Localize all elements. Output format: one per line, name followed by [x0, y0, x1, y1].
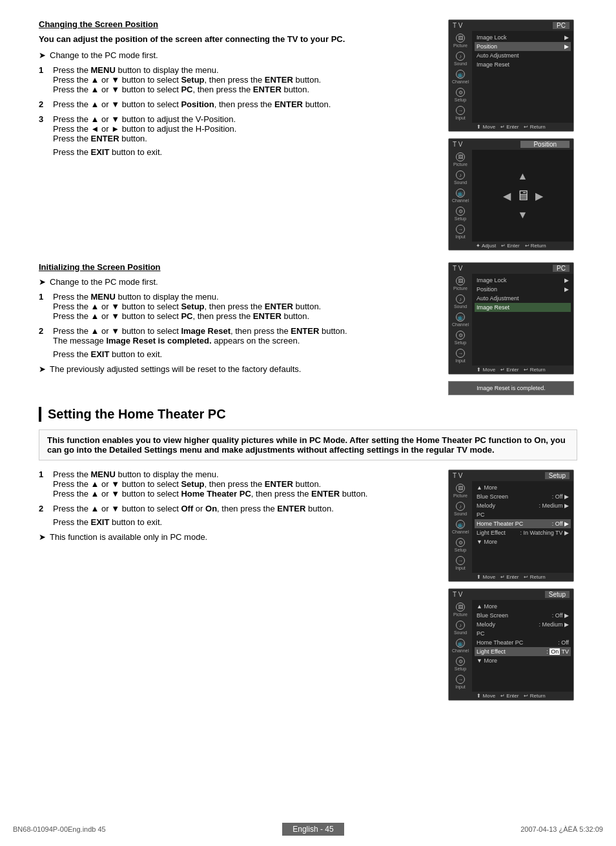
ht-tv-footer-2: ⬆ Move ↵ Enter ↩ Return [449, 692, 573, 700]
sidebar-setup: ⚙ Setup [450, 88, 471, 102]
ht-sidebar-sound-2: ♪ Sound [450, 621, 471, 635]
pos-sound-icon: ♪ [456, 170, 465, 180]
ht-setup-icon-2: ⚙ [456, 657, 465, 666]
ht-light-effect: Light Effect: In Watching TV ▶ [475, 528, 571, 537]
down-arrow-icon: ▼ [518, 209, 528, 221]
changing-step-3: 3 Press the ▲ or ▼ button to adjust the … [39, 114, 442, 157]
ht-step-2: 2 Press the ▲ or ▼ button to select Off … [39, 504, 442, 527]
ht-screenshot-2: T V Setup 🖼 Picture ♪ Sound [448, 588, 574, 701]
changing-bullet-1: ➤ Change to the PC mode first. [39, 50, 442, 60]
tv-body-pos: 🖼 Picture ♪ Sound 📺 Channel [449, 150, 573, 242]
changing-screen-right: T V PC 🖼 Picture ♪ Sound [448, 19, 577, 251]
ht-tv-footer-1: ⬆ Move ↵ Enter ↩ Return [449, 573, 573, 581]
init-tv-label: T V [453, 265, 462, 272]
ht-tv-header-1: T V Setup [449, 470, 573, 481]
init-menu-image-lock: Image Lock▶ [475, 276, 571, 285]
up-arrow-icon: ▲ [518, 170, 528, 182]
init-extra-bullet: ➤ The previously adjusted settings will … [39, 364, 442, 374]
monitor-icon: 🖥 [516, 187, 530, 204]
pos-sidebar-picture: 🖼 Picture [450, 152, 471, 167]
ht-more-top: ▲ More [475, 483, 571, 492]
ht2-blue-screen: Blue Screen: Off ▶ [475, 611, 571, 620]
init-sound-icon: ♪ [456, 294, 465, 304]
ht-sidebar-setup-2: ⚙ Setup [450, 657, 471, 671]
position-content: ▲ ◀ 🖥 ▶ ▼ [472, 150, 573, 242]
image-reset-banner: Image Reset is completed. [448, 381, 574, 395]
tv-footer-1: ⬆ Move ↵ Enter ↩ Return [449, 123, 573, 131]
ht-arrow-icon: ➤ [39, 532, 46, 542]
tv-menu-1: Image Lock▶ Position▶ Auto Adjustment Im… [472, 31, 573, 123]
home-theater-divider: Setting the Home Theater PC [39, 407, 577, 422]
ht-sidebar-picture-1: 🖼 Picture [450, 484, 471, 498]
ht-sound-icon-1: ♪ [456, 502, 465, 511]
ht2-more-bottom: ▼ More [475, 656, 571, 665]
init-tv-body: 🖼 Picture ♪ Sound 📺 Channel [449, 274, 573, 366]
changing-step-1: 1 Press the MENU button to display the m… [39, 65, 442, 94]
changing-screenshot-1: T V PC 🖼 Picture ♪ Sound [448, 19, 574, 132]
ht-channel-icon-2: 📺 [456, 639, 465, 648]
init-picture-icon: 🖼 [456, 276, 465, 285]
init-sidebar-picture: 🖼 Picture [450, 276, 471, 291]
arrow-icon: ➤ [39, 50, 46, 60]
ht-input-icon-1: → [456, 556, 465, 565]
ht-sidebar-picture-2: 🖼 Picture [450, 603, 471, 617]
ht-setup-icon-1: ⚙ [456, 538, 465, 547]
menu-auto-adjustment: Auto Adjustment [475, 51, 571, 60]
ht-setup-label-1: Setup [545, 472, 570, 479]
ht-picture-icon-1: 🖼 [456, 484, 465, 493]
pos-channel-icon: 📺 [456, 189, 465, 198]
footer-right: 2007-04-13 ¿ÀÈÄ 5:32:09 [520, 825, 603, 833]
menu-image-reset: Image Reset [475, 60, 571, 69]
pos-setup-icon: ⚙ [456, 207, 465, 216]
initializing-heading: Initializing the Screen Position [39, 262, 442, 272]
ht-tv-body-2: 🖼 Picture ♪ Sound 📺 Channel [449, 600, 573, 692]
tv-header-1: T V PC [449, 20, 573, 31]
ht-tv-label-2: T V [453, 591, 462, 598]
sidebar-input: → Input [450, 106, 471, 120]
init-screenshot-1: T V PC 🖼 Picture ♪ Sound [448, 262, 574, 375]
ht2-light-effect: Light Effect: On TV [475, 647, 571, 656]
init-tv-menu: Image Lock▶ Position▶ Auto Adjustment Im… [472, 274, 573, 366]
ht2-melody: Melody: Medium ▶ [475, 620, 571, 629]
home-theater-info: This function enables you to view higher… [39, 429, 577, 460]
init-step-2: 2 Press the ▲ or ▼ button to select Imag… [39, 326, 442, 359]
init-sidebar-sound: ♪ Sound [450, 294, 471, 309]
initializing-right: T V PC 🖼 Picture ♪ Sound [448, 262, 577, 395]
tv-label: T V [453, 22, 462, 29]
changing-screen-heading: Changing the Screen Position [39, 19, 442, 29]
channel-icon: 📺 [456, 70, 465, 79]
ht-screenshot-1: T V Setup 🖼 Picture ♪ Sound [448, 469, 574, 582]
pc-label: PC [553, 22, 570, 29]
init-setup-icon: ⚙ [456, 331, 465, 340]
init-arrow-icon: ➤ [39, 277, 46, 287]
pos-sidebar-input: → Input [450, 225, 471, 239]
ht2-pc: PC [475, 629, 571, 638]
ht-pc: PC [475, 510, 571, 519]
ht-more-bottom: ▼ More [475, 537, 571, 546]
ht-sidebar-channel-2: 📺 Channel [450, 639, 471, 653]
picture-icon: 🖼 [456, 34, 465, 43]
ht-tv-label-1: T V [453, 472, 462, 479]
pos-input-icon: → [456, 225, 465, 234]
page-footer: BN68-01094P-00Eng.indb 45 English - 45 2… [0, 823, 616, 836]
pos-sidebar-sound: ♪ Sound [450, 170, 471, 185]
init-menu-position: Position▶ [475, 285, 571, 294]
ht-sidebar-setup-1: ⚙ Setup [450, 538, 471, 552]
ht-melody: Melody: Medium ▶ [475, 501, 571, 510]
ht-sidebar-1: 🖼 Picture ♪ Sound 📺 Channel [449, 481, 472, 573]
changing-screenshot-2: T V Position 🖼 Picture ♪ Sound [448, 138, 574, 251]
ht-sidebar-channel-1: 📺 Channel [450, 520, 471, 534]
pos-sidebar-setup: ⚙ Setup [450, 207, 471, 221]
initializing-left: Initializing the Screen Position ➤ Chang… [39, 262, 442, 379]
ht-sound-icon-2: ♪ [456, 621, 465, 630]
menu-position: Position▶ [475, 42, 571, 51]
ht-input-icon-2: → [456, 675, 465, 684]
ht-tv-body-1: 🖼 Picture ♪ Sound 📺 Channel [449, 481, 573, 573]
initializing-screen-section: Initializing the Screen Position ➤ Chang… [39, 262, 577, 395]
position-label: Position [520, 141, 570, 148]
home-theater-section: Setting the Home Theater PC This functio… [39, 407, 577, 701]
home-theater-content: 1 Press the MENU button to display the m… [39, 469, 577, 701]
ht-home-theater-pc: Home Theater PC: Off ▶ [475, 519, 571, 528]
init-step-1: 1 Press the MENU button to display the m… [39, 292, 442, 321]
ht-setup-label-2: Setup [545, 591, 570, 598]
